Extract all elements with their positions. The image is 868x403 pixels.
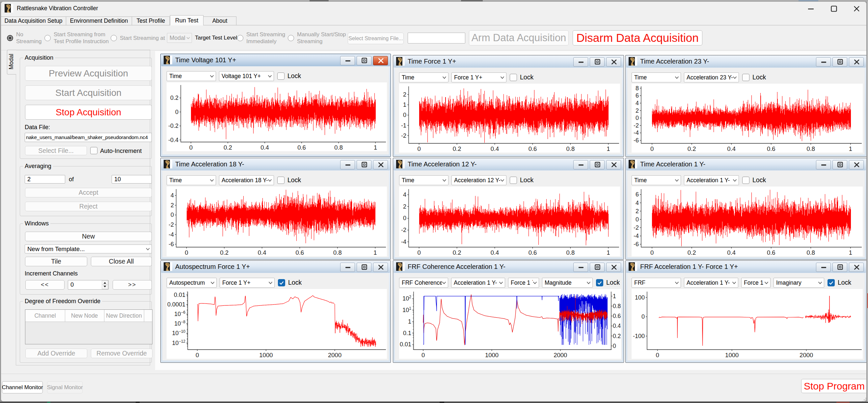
svg-text:101: 101 [402,306,411,313]
svg-text:-6: -6 [168,241,174,248]
svg-text:4: 4 [636,100,639,107]
svg-text:0: 0 [417,249,421,256]
svg-text:2: 2 [403,91,406,98]
svg-text:0.2: 0.2 [613,333,621,339]
svg-text:10−10: 10−10 [172,329,186,337]
svg-text:0.2: 0.2 [220,249,228,256]
svg-text:4: 4 [170,192,174,199]
svg-text:1: 1 [374,144,377,151]
svg-text:0.4: 0.4 [491,249,499,256]
svg-text:-6: -6 [633,241,639,248]
svg-text:0.4: 0.4 [613,323,621,329]
svg-text:0: 0 [650,145,654,152]
svg-text:4: 4 [636,200,639,206]
svg-text:0.6: 0.6 [613,313,621,319]
svg-text:1: 1 [373,249,377,256]
svg-text:-2: -2 [633,224,639,231]
svg-text:0: 0 [185,249,188,256]
svg-text:-4: -4 [633,233,639,239]
svg-text:2000: 2000 [328,352,341,358]
svg-text:2000: 2000 [800,352,813,358]
svg-text:0.2: 0.2 [170,94,179,101]
svg-text:1: 1 [613,293,616,299]
svg-text:1: 1 [607,249,610,256]
svg-text:-2: -2 [168,222,174,228]
svg-text:2: 2 [403,203,406,210]
svg-text:0: 0 [613,343,616,349]
svg-text:1000: 1000 [485,352,499,358]
svg-text:10−8: 10−8 [174,320,185,327]
svg-text:1: 1 [849,145,852,152]
svg-text:-100: -100 [633,333,645,339]
svg-text:1: 1 [403,102,406,108]
svg-text:-2: -2 [633,122,639,129]
svg-text:6: 6 [636,92,639,99]
svg-text:0: 0 [403,215,406,222]
svg-text:0.4: 0.4 [491,145,499,152]
svg-text:-0.4: -0.4 [168,137,179,143]
svg-text:6: 6 [636,191,639,198]
svg-text:-4: -4 [401,238,406,245]
svg-text:0.8: 0.8 [334,144,343,151]
svg-text:1: 1 [849,249,852,256]
svg-text:0.2: 0.2 [224,144,232,151]
svg-text:-6: -6 [633,137,639,144]
svg-text:0.4: 0.4 [727,145,736,152]
svg-text:10−12: 10−12 [172,339,186,346]
svg-text:-2: -2 [401,133,406,139]
svg-text:0.8: 0.8 [806,249,815,256]
svg-text:0.8: 0.8 [566,249,575,256]
svg-text:0.6: 0.6 [767,145,775,152]
svg-text:0: 0 [189,144,193,151]
svg-text:-4: -4 [168,231,174,238]
svg-text:0: 0 [417,145,421,152]
svg-text:0.6: 0.6 [528,249,537,256]
svg-text:0.01: 0.01 [400,341,411,348]
svg-text:2: 2 [636,108,639,114]
svg-text:-2: -2 [401,227,406,233]
svg-text:0: 0 [195,352,199,358]
svg-text:0.4: 0.4 [727,249,736,256]
svg-text:0.01: 0.01 [174,292,185,298]
svg-text:0.6: 0.6 [297,144,306,151]
svg-text:0.4: 0.4 [260,144,269,151]
svg-text:100: 100 [635,294,645,301]
svg-text:0: 0 [403,112,406,118]
svg-text:0: 0 [650,249,654,256]
svg-text:0.8: 0.8 [566,145,575,152]
svg-text:0.8: 0.8 [613,303,621,310]
svg-text:10−6: 10−6 [174,310,185,317]
svg-text:0: 0 [636,115,639,121]
svg-text:-1: -1 [401,122,406,129]
svg-text:102: 102 [402,295,411,302]
svg-text:0.2: 0.2 [453,145,461,152]
svg-text:0: 0 [636,216,639,223]
svg-text:0: 0 [175,109,179,115]
svg-text:0.1: 0.1 [403,330,411,337]
svg-text:2000: 2000 [554,352,567,358]
svg-text:0.8: 0.8 [806,145,815,152]
svg-text:0.8: 0.8 [333,249,342,256]
svg-text:2: 2 [170,202,174,209]
svg-text:8: 8 [636,85,639,92]
svg-text:0.6: 0.6 [296,249,304,256]
svg-text:2: 2 [636,208,639,214]
svg-text:-4: -4 [633,129,639,136]
svg-text:0.2: 0.2 [453,249,461,256]
svg-text:0: 0 [642,313,645,320]
svg-text:0: 0 [656,352,659,358]
svg-text:1000: 1000 [725,352,739,358]
svg-text:1: 1 [408,318,411,325]
svg-text:0.6: 0.6 [767,249,775,256]
svg-text:4: 4 [403,192,406,198]
svg-text:0.0001: 0.0001 [167,301,185,308]
svg-text:0.4: 0.4 [258,249,267,256]
svg-text:0.6: 0.6 [528,145,537,152]
svg-text:0: 0 [422,352,425,358]
svg-text:0: 0 [170,211,174,218]
svg-text:1: 1 [607,145,610,152]
svg-text:1000: 1000 [259,352,273,358]
svg-text:0.2: 0.2 [687,145,696,152]
svg-text:0.2: 0.2 [687,249,696,256]
svg-text:-0.2: -0.2 [168,122,179,129]
